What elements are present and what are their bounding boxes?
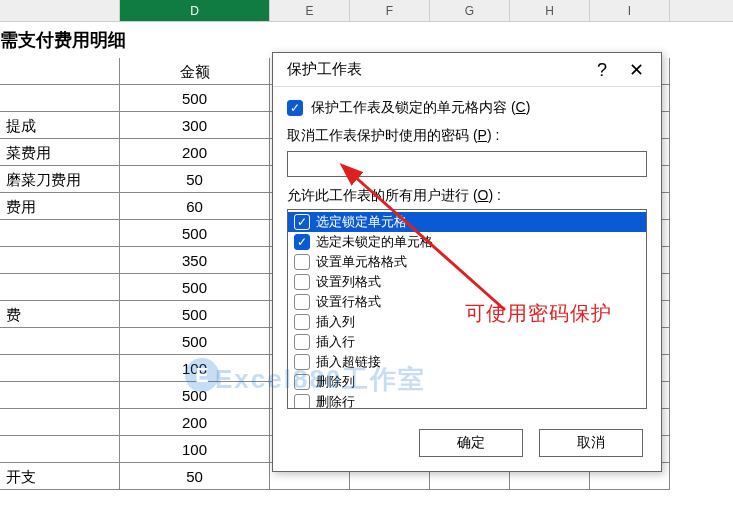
cell-label[interactable] [0,85,120,112]
cell-label[interactable] [0,274,120,301]
protect-checkbox-row[interactable]: ✓ 保护工作表及锁定的单元格内容 (C) [287,99,647,117]
password-input[interactable] [287,151,647,177]
permission-checkbox[interactable]: ✓ [294,314,310,330]
cell-label[interactable] [0,436,120,463]
protect-label: 保护工作表及锁定的单元格内容 (C) [311,99,530,117]
close-button[interactable]: ✕ [619,53,653,87]
col-h[interactable]: H [510,0,590,21]
watermark-icon: E [185,358,219,392]
cell-label[interactable]: 费 [0,301,120,328]
cell-amount[interactable]: 50 [120,166,270,193]
col-f[interactable]: F [350,0,430,21]
help-button[interactable]: ? [585,53,619,87]
permission-label: 插入行 [316,333,355,351]
permission-label: 选定锁定单元格 [316,213,407,231]
permission-checkbox[interactable]: ✓ [294,234,310,250]
cell-amount[interactable]: 500 [120,274,270,301]
watermark-text: Excel880工作室 [215,362,426,397]
permission-item[interactable]: ✓插入行 [288,332,646,352]
dialog-titlebar: 保护工作表 ? ✕ [273,53,661,87]
cell-amount[interactable]: 500 [120,85,270,112]
col-d[interactable]: D [120,0,270,21]
col-g[interactable]: G [430,0,510,21]
cell-amount[interactable]: 50 [120,463,270,490]
cell-label[interactable]: 提成 [0,112,120,139]
cell-label[interactable]: 菜费用 [0,139,120,166]
permission-label: 选定未锁定的单元格 [316,233,433,251]
cell-amount[interactable]: 100 [120,436,270,463]
cell-amount[interactable]: 500 [120,301,270,328]
hdr-label[interactable] [0,58,120,85]
permission-item[interactable]: ✓设置单元格格式 [288,252,646,272]
password-label: 取消工作表保护时使用的密码 (P) : [287,127,647,145]
permission-checkbox[interactable]: ✓ [294,334,310,350]
protect-checkbox[interactable]: ✓ [287,100,303,116]
col-e[interactable]: E [270,0,350,21]
permission-label: 设置单元格格式 [316,253,407,271]
permission-label: 设置行格式 [316,293,381,311]
cell-label[interactable] [0,220,120,247]
cell-label[interactable] [0,247,120,274]
annotation-text: 可使用密码保护 [465,300,612,327]
permission-label: 插入列 [316,313,355,331]
cell-amount[interactable]: 300 [120,112,270,139]
permission-item[interactable]: ✓选定锁定单元格 [288,212,646,232]
column-headers: D E F G H I [0,0,733,22]
hdr-amount[interactable]: 金额 [120,58,270,85]
cell-amount[interactable]: 350 [120,247,270,274]
cell-label[interactable] [0,382,120,409]
permission-item[interactable]: ✓选定未锁定的单元格 [288,232,646,252]
cell-amount[interactable]: 500 [120,328,270,355]
cell-label[interactable] [0,328,120,355]
ok-button[interactable]: 确定 [419,429,523,457]
cell-label[interactable]: 费用 [0,193,120,220]
permission-checkbox[interactable]: ✓ [294,294,310,310]
cell-label[interactable]: 开支 [0,463,120,490]
protect-sheet-dialog: 保护工作表 ? ✕ ✓ 保护工作表及锁定的单元格内容 (C) 取消工作表保护时使… [272,52,662,472]
cell-amount[interactable]: 60 [120,193,270,220]
cell-label[interactable]: 磨菜刀费用 [0,166,120,193]
cell-amount[interactable]: 500 [120,220,270,247]
col-i[interactable]: I [590,0,670,21]
permission-label: 设置列格式 [316,273,381,291]
permission-checkbox[interactable]: ✓ [294,274,310,290]
cell-label[interactable] [0,355,120,382]
permission-checkbox[interactable]: ✓ [294,214,310,230]
col-c[interactable] [0,0,120,21]
permissions-label: 允许此工作表的所有用户进行 (O) : [287,187,647,205]
cell-amount[interactable]: 200 [120,409,270,436]
permission-item[interactable]: ✓设置列格式 [288,272,646,292]
permission-checkbox[interactable]: ✓ [294,254,310,270]
dialog-title: 保护工作表 [287,60,585,79]
cell-amount[interactable]: 200 [120,139,270,166]
cell-label[interactable] [0,409,120,436]
cancel-button[interactable]: 取消 [539,429,643,457]
